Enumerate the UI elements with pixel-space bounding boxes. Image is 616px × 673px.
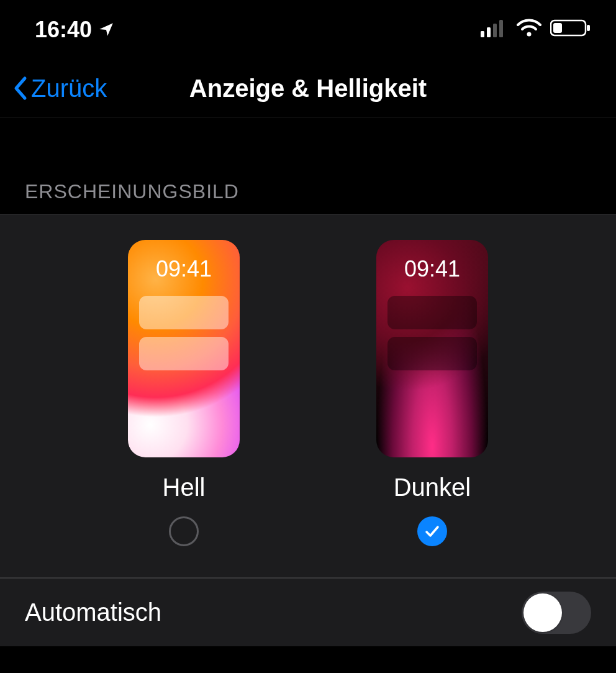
preview-light: 09:41 [128,240,240,457]
status-time: 16:40 [35,17,92,43]
back-button[interactable]: Zurück [11,73,107,103]
preview-widget [387,296,477,329]
location-icon [98,17,114,43]
appearance-cell: 09:41 Hell 09:41 Dunkel [0,214,616,578]
preview-widget [387,337,477,370]
battery-icon [550,17,591,43]
automatic-label: Automatisch [25,598,161,626]
wifi-icon [517,17,541,43]
radio-dark[interactable] [417,516,447,546]
cellular-icon [481,17,508,43]
appearance-options: 09:41 Hell 09:41 Dunkel [0,240,616,546]
appearance-label-dark: Dunkel [394,474,471,501]
radio-light[interactable] [169,516,199,546]
preview-widget [139,337,229,370]
back-label: Zurück [31,75,107,103]
svg-point-4 [527,32,532,36]
section-header-appearance: ERSCHEINUNGSBILD [0,118,616,214]
appearance-option-light[interactable]: 09:41 Hell [128,240,240,546]
preview-time-dark: 09:41 [376,256,488,282]
automatic-toggle[interactable] [522,592,591,634]
status-left: 16:40 [35,17,114,43]
nav-bar: Zurück Anzeige & Helligkeit [0,59,616,118]
check-icon [424,523,441,540]
svg-rect-1 [487,27,491,37]
appearance-option-dark[interactable]: 09:41 Dunkel [376,240,488,546]
svg-rect-0 [481,31,484,37]
status-bar: 16:40 [0,0,616,59]
toggle-knob [523,593,562,632]
preview-time-light: 09:41 [128,256,240,282]
svg-rect-2 [493,24,497,37]
chevron-left-icon [11,73,29,103]
preview-widget [139,296,229,329]
svg-rect-6 [587,25,590,31]
automatic-row: Automatisch [0,578,616,646]
status-right [481,17,591,43]
preview-dark: 09:41 [376,240,488,457]
svg-rect-7 [553,23,562,33]
appearance-label-light: Hell [163,474,206,501]
svg-rect-3 [499,20,503,37]
